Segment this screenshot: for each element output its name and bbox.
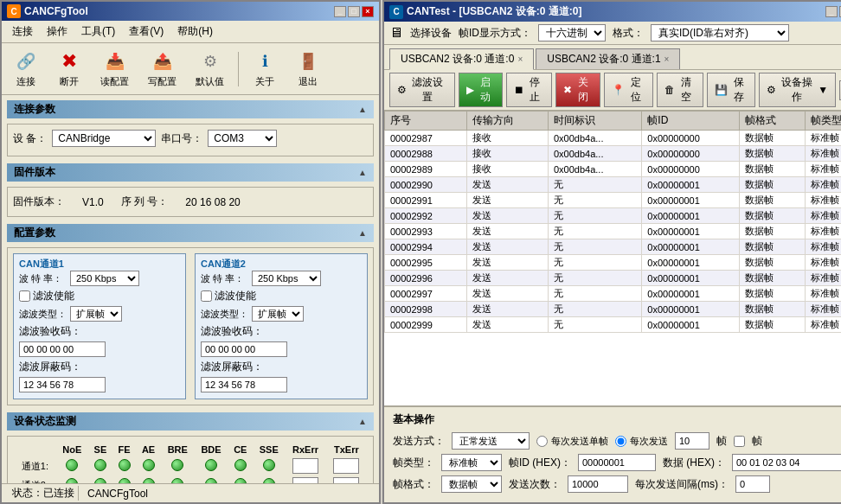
default-button[interactable]: ⚙ 默认值 <box>189 47 231 91</box>
cell-dir: 发送 <box>467 239 549 255</box>
frame-id-input[interactable] <box>578 454 656 471</box>
ch2-filter-enable-label: 滤波使能 <box>215 289 256 303</box>
tab1-close-icon[interactable]: × <box>664 54 670 64</box>
table-row[interactable]: 00002995 发送 无 0x00000001 数据帧 标准帧 <box>385 255 842 271</box>
send-mode-select[interactable]: 正常发送 <box>452 432 530 450</box>
menu-operate[interactable]: 操作 <box>40 22 74 41</box>
table-row[interactable]: 00002988 接收 0x00db4a... 0x00000000 数据帧 标… <box>385 146 842 162</box>
multi-send-radio-group: 每次发送 <box>615 435 668 448</box>
table-row[interactable]: 00002990 发送 无 0x00000001 数据帧 标准帧 <box>385 177 842 193</box>
table-row[interactable]: 00002989 接收 0x00db4a... 0x00000000 数据帧 标… <box>385 162 842 177</box>
table-row[interactable]: 00002997 发送 无 0x00000001 数据帧 标准帧 <box>385 286 842 302</box>
ch2-baud-select[interactable]: 250 Kbps <box>252 271 321 286</box>
ops-row3: 帧格式： 数据帧 发送次数： 每次发送间隔(ms)： <box>393 475 841 493</box>
frame-display-select[interactable]: 十六进制 <box>538 24 606 41</box>
cell-time: 无 <box>548 255 641 271</box>
table-row[interactable]: 00002993 发送 无 0x00000001 数据帧 标准帧 <box>385 224 842 239</box>
cell-type: 标准帧 <box>805 193 841 208</box>
writeconfig-icon: 📤 <box>151 49 175 73</box>
send-times-input[interactable] <box>568 475 628 493</box>
menu-help[interactable]: 帮助(H) <box>170 22 220 41</box>
ch2-filtermask-input[interactable] <box>201 377 287 392</box>
col-se: SE <box>89 443 112 456</box>
data-label: 数据 (HEX)： <box>663 456 725 470</box>
ch1-filtertype-select[interactable]: 扩展帧 <box>70 306 122 322</box>
ch2-filteracc-input[interactable] <box>201 341 287 357</box>
writeconfig-button[interactable]: 📤 写配置 <box>141 47 183 91</box>
readconfig-button[interactable]: 📥 读配置 <box>93 47 136 91</box>
frame-type-select[interactable]: 标准帧 <box>441 454 502 471</box>
ch1-filter-enable-label: 滤波使能 <box>33 289 74 303</box>
table-row[interactable]: 00002987 接收 0x00db4a... 0x00000000 数据帧 标… <box>385 131 842 146</box>
tab-channel1[interactable]: USBCAN2 设备:0 通道:1 × <box>536 48 680 69</box>
exit-button[interactable]: 🚪 退出 <box>289 47 327 91</box>
close-channel-button[interactable]: ✖ 关闭 <box>555 73 600 107</box>
tab0-close-icon[interactable]: × <box>517 54 523 64</box>
ch1-filter-checkbox[interactable] <box>19 290 30 302</box>
tab-channel0[interactable]: USBCAN2 设备:0 通道:0 × <box>389 48 534 70</box>
ch2-rxerr-input[interactable] <box>292 477 318 483</box>
cell-type: 标准帧 <box>805 177 841 193</box>
interval-label: 每次发送间隔(ms)： <box>635 477 729 492</box>
format-select[interactable]: 真实ID(ID靠右对齐) <box>651 24 789 41</box>
multi-send-radio[interactable] <box>615 436 626 447</box>
tab1-label: USBCAN2 设备:0 通道:1 <box>547 52 660 67</box>
menu-tools[interactable]: 工具(T) <box>74 22 122 41</box>
data-input[interactable] <box>732 454 841 471</box>
cell-seq: 00002989 <box>385 162 467 177</box>
save-button[interactable]: 💾 保存 <box>707 73 756 107</box>
device-ops-button[interactable]: ⚙ 设备操作 ▼ <box>759 73 836 107</box>
menu-connect[interactable]: 连接 <box>5 22 40 41</box>
ch1-baud-select[interactable]: 250 Kbps <box>70 271 139 286</box>
table-row[interactable]: 00002991 发送 无 0x00000001 数据帧 标准帧 <box>385 193 842 208</box>
table-row[interactable]: 00002994 发送 无 0x00000001 数据帧 标准帧 <box>385 239 842 255</box>
about-icon: ℹ <box>253 49 277 73</box>
cell-time: 无 <box>548 302 641 317</box>
locate-button[interactable]: 📍 定位 <box>604 73 653 107</box>
table-row[interactable]: 00002996 发送 无 0x00000001 数据帧 标准帧 <box>385 271 842 286</box>
port-select[interactable]: COM3 <box>208 130 277 147</box>
ch2-txerr-input[interactable] <box>333 477 359 483</box>
interval-input[interactable] <box>735 475 770 493</box>
table-row[interactable]: 00002992 发送 无 0x00000001 数据帧 标准帧 <box>385 208 842 224</box>
titlebar-left: C CANCFgTool <box>7 4 88 18</box>
table-row[interactable]: 00002998 发送 无 0x00000001 数据帧 标准帧 <box>385 302 842 317</box>
single-send-radio[interactable] <box>536 436 548 447</box>
frame-format-select[interactable]: 数据帧 <box>441 475 502 493</box>
clear-button[interactable]: 🗑 清空 <box>657 73 703 107</box>
maximize-button[interactable]: □ <box>348 6 360 17</box>
ch1-txerr-input[interactable] <box>333 458 359 474</box>
multi-send-count-input[interactable] <box>675 432 709 450</box>
cell-dir: 发送 <box>467 286 549 302</box>
ch1-filteracc-input[interactable] <box>19 341 106 357</box>
menu-view[interactable]: 查看(V) <box>122 22 170 41</box>
minimize-button[interactable]: _ <box>334 6 346 17</box>
ch1-rxerr-input[interactable] <box>292 458 318 474</box>
ch2-filtertype-select[interactable]: 扩展帧 <box>252 306 304 322</box>
filter-settings-button[interactable]: ⚙ 滤波设置 <box>389 73 455 107</box>
ch1-filtermask-input-row <box>19 377 180 392</box>
stop-button[interactable]: ⏹ 停止 <box>506 73 553 107</box>
about-button[interactable]: ℹ 关于 <box>246 47 284 91</box>
right-minimize-button[interactable]: _ <box>825 6 838 17</box>
ch1-filtermask-input[interactable] <box>19 377 106 392</box>
frame-checkbox[interactable] <box>734 436 745 447</box>
ch1-rxerr-cell <box>286 457 324 475</box>
ch1-baud-label: 波 特 率： <box>19 272 67 285</box>
connect-button[interactable]: 🔗 连接 <box>7 47 45 91</box>
disconnect-button[interactable]: ✖ 断开 <box>50 47 88 91</box>
ch2-baud-label: 波 特 率： <box>201 272 248 285</box>
th-format: 帧格式 <box>740 112 805 131</box>
device-select[interactable]: CANBridge <box>52 130 156 147</box>
data-table-container: 序号 传输方向 时间标识 帧ID 帧格式 帧类型 00002987 接收 0x0… <box>384 111 841 405</box>
cell-seq: 00002997 <box>385 286 467 302</box>
save-label: 保存 <box>729 75 748 105</box>
start-button[interactable]: ▶ 启动 <box>459 73 503 107</box>
cell-seq: 00002998 <box>385 302 467 317</box>
ch2-filter-checkbox[interactable] <box>201 290 212 302</box>
close-button[interactable]: × <box>362 6 374 17</box>
col-txerr: TxErr <box>327 443 366 456</box>
table-row[interactable]: 00002999 发送 无 0x00000001 数据帧 标准帧 <box>385 317 842 333</box>
config-box: CAN通道1 波 特 率： 250 Kbps 滤波使能 滤波类型： <box>7 247 374 405</box>
cell-seq: 00002988 <box>385 146 467 162</box>
